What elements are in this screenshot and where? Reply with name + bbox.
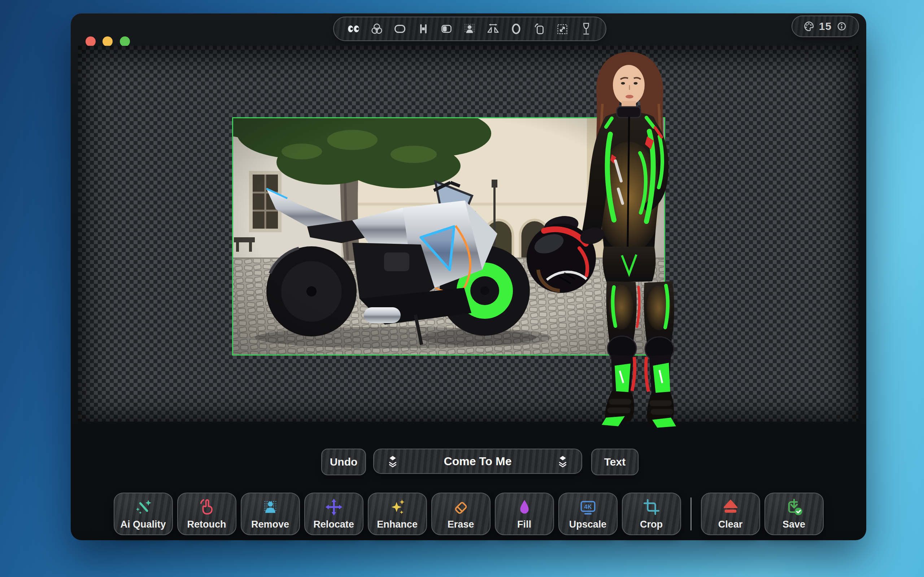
split-tone-icon[interactable]: [437, 19, 456, 38]
eject-icon: [720, 496, 741, 518]
rotate-icon[interactable]: [530, 19, 549, 38]
canvas[interactable]: [78, 46, 858, 422]
tool-button-enhance[interactable]: Enhance: [368, 493, 427, 535]
style-name: Come To Me: [444, 455, 512, 468]
tool-label: Enhance: [377, 519, 418, 530]
minimize-button[interactable]: [102, 36, 113, 47]
tool-label: Save: [782, 519, 805, 530]
svg-text:4K: 4K: [584, 503, 591, 510]
portrait-cutout-icon[interactable]: [460, 19, 479, 38]
app-window: 15: [71, 13, 866, 540]
droplet-icon: [514, 496, 535, 518]
eyes-icon[interactable]: [344, 19, 363, 38]
monitor-4k-icon: 4K: [578, 496, 598, 518]
tool-label: Remove: [251, 519, 289, 530]
histogram-icon[interactable]: [414, 19, 433, 38]
save-check-icon: [784, 496, 804, 518]
tools-divider: [690, 497, 691, 530]
tool-button-erase[interactable]: Erase: [431, 493, 491, 535]
desktop-background: 15: [0, 0, 924, 577]
oval-icon[interactable]: [507, 19, 525, 38]
move-arrows-icon: [324, 496, 344, 518]
tools-row: Ai QualityRetouchRemoveRelocateEnhanceEr…: [71, 492, 866, 535]
tool-button-relocate[interactable]: Relocate: [304, 493, 363, 535]
tool-label: Crop: [640, 519, 663, 530]
zoom-button[interactable]: [120, 36, 130, 47]
palette-icon[interactable]: [801, 18, 817, 34]
tool-button-save[interactable]: Save: [764, 493, 824, 535]
sparkles-icon: [387, 496, 407, 518]
layers-icon: [555, 453, 571, 469]
tool-button-crop[interactable]: Crop: [622, 493, 681, 535]
undo-button[interactable]: Undo: [321, 449, 366, 475]
text-button[interactable]: Text: [591, 449, 638, 475]
info-icon[interactable]: [834, 18, 850, 34]
tool-button-fill[interactable]: Fill: [495, 493, 554, 535]
tool-button-remove[interactable]: Remove: [241, 493, 300, 535]
tool-label: Erase: [447, 519, 474, 530]
tool-button-clear[interactable]: Clear: [701, 493, 760, 535]
tool-label: Clear: [718, 519, 743, 530]
flip-horizontal-icon[interactable]: [484, 19, 502, 38]
tool-label: Retouch: [187, 519, 226, 530]
crop-icon: [641, 496, 662, 518]
rounded-rect-icon[interactable]: [391, 19, 409, 38]
tool-button-retouch[interactable]: Retouch: [177, 493, 236, 535]
blend-circles-icon[interactable]: [367, 19, 386, 38]
hand-pointer-icon: [197, 496, 217, 518]
tool-label: Upscale: [569, 519, 607, 530]
tool-label: Ai Quality: [120, 519, 166, 530]
glass-icon[interactable]: [577, 19, 596, 38]
close-button[interactable]: [86, 36, 96, 47]
style-picker[interactable]: Come To Me: [373, 449, 582, 474]
resize-icon[interactable]: [553, 19, 572, 38]
layers-icon: [385, 453, 401, 469]
person-dots-icon: [260, 496, 281, 518]
tool-button-ai-quality[interactable]: Ai Quality: [114, 493, 173, 535]
cutout-layer-woman[interactable]: [525, 46, 724, 429]
eraser-icon: [451, 496, 471, 518]
top-toolbar: [333, 16, 606, 41]
magic-wand-icon: [133, 496, 153, 518]
credits-count: 15: [819, 20, 832, 32]
tool-button-upscale[interactable]: 4KUpscale: [558, 493, 617, 535]
credits-pill: 15: [792, 16, 859, 37]
tool-label: Fill: [517, 519, 531, 530]
tool-label: Relocate: [313, 519, 354, 530]
